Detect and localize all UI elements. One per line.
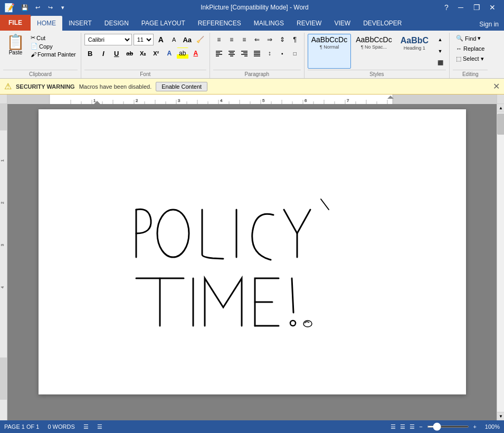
clear-formatting-button[interactable]: 🧹 (195, 34, 206, 45)
layout-icon-2[interactable]: ☰ (400, 423, 405, 430)
status-bar: PAGE 1 OF 1 0 WORDS ☰ ☰ ☰ ☰ ☰ − + 100% (0, 420, 504, 433)
bold-button[interactable]: B (84, 48, 96, 59)
minimize-button[interactable]: ─ (453, 2, 468, 13)
restore-button[interactable]: ❐ (469, 2, 484, 13)
tab-mailings[interactable]: MAILINGS (248, 16, 290, 31)
vertical-scrollbar[interactable]: ▲ ▼ (497, 104, 504, 420)
sort-button[interactable]: ⇕ (277, 34, 288, 45)
zoom-percent[interactable]: 100% (481, 423, 500, 430)
help-button[interactable]: ? (441, 2, 452, 13)
styles-scroll-up[interactable]: ▲ (434, 34, 446, 45)
editing-group: 🔍 Find ▾ ↔ Replace ⬚ Select ▾ Editing (450, 33, 491, 78)
align-right-button[interactable] (239, 48, 250, 59)
word-icon: 📝 (4, 3, 15, 13)
subscript-button[interactable]: X₂ (137, 48, 149, 59)
styles-gallery: AaBbCcDc ¶ Normal AaBbCcDc ¶ No Spac... … (308, 34, 446, 69)
scroll-down-button[interactable]: ▼ (497, 412, 504, 420)
style-h1-preview: AaBbC (401, 35, 429, 45)
language-icon[interactable]: ☰ (83, 423, 89, 430)
strikethrough-button[interactable]: ab (124, 48, 136, 59)
tab-review[interactable]: REVIEW (290, 16, 328, 31)
tab-insert[interactable]: INSERT (62, 16, 98, 31)
zoom-plus-icon[interactable]: + (473, 423, 477, 430)
tab-references[interactable]: REFERENCES (192, 16, 248, 31)
text-highlight-button[interactable]: ab (177, 48, 188, 59)
cut-button[interactable]: ✂ Cut (29, 34, 78, 42)
document-scroll-area[interactable] (7, 104, 497, 420)
shrink-font-button[interactable]: A (168, 34, 180, 45)
copy-button[interactable]: 📄 Copy (29, 42, 78, 50)
customize-quick-btn[interactable]: ▾ (57, 2, 69, 13)
undo-quick-btn[interactable]: ↩ (32, 2, 43, 13)
svg-text:4: 4 (220, 98, 223, 103)
increase-indent-button[interactable]: ⇒ (264, 34, 275, 45)
zoom-slider[interactable] (427, 426, 469, 428)
svg-text:4: 4 (1, 286, 4, 288)
replace-button[interactable]: ↔ Replace (453, 44, 488, 53)
styles-expand[interactable]: ⬛ (434, 57, 446, 69)
underline-button[interactable]: U (111, 48, 122, 59)
ruler-left-margin (0, 95, 7, 103)
superscript-button[interactable]: X² (150, 48, 162, 59)
ribbon-content: 📋 Paste ✂ Cut 📄 Copy 🖌 (0, 31, 504, 79)
track-changes-icon[interactable]: ☰ (97, 423, 102, 430)
styles-group: AaBbCcDc ¶ Normal AaBbCcDc ¶ No Spac... … (305, 33, 450, 78)
align-center-button[interactable] (226, 48, 237, 59)
redo-quick-btn[interactable]: ↪ (44, 2, 56, 13)
layout-icon-1[interactable]: ☰ (391, 423, 396, 430)
svg-text:5: 5 (262, 98, 265, 103)
tab-page-layout[interactable]: PAGE LAYOUT (135, 16, 192, 31)
ribbon-tabs: FILE HOME INSERT DESIGN PAGE LAYOUT REFE… (0, 15, 504, 31)
cut-icon: ✂ (31, 34, 35, 41)
text-effects-button[interactable]: A (164, 48, 175, 59)
font-size-select[interactable]: 11 (134, 34, 154, 45)
justify-button[interactable] (251, 48, 263, 59)
tab-file[interactable]: FILE (0, 15, 31, 31)
numbering-button[interactable]: ≡ (226, 34, 237, 45)
close-button[interactable]: ✕ (485, 2, 500, 13)
tab-developer[interactable]: DEVELOPER (357, 16, 408, 31)
styles-scroll-down[interactable]: ▼ (434, 45, 446, 57)
tab-design[interactable]: DESIGN (98, 16, 135, 31)
ruler-right-margin (497, 95, 504, 103)
sign-in-link[interactable]: Sign in (479, 21, 504, 31)
vertical-ruler: 1 2 3 4 (0, 104, 7, 420)
select-button[interactable]: ⬚ Select ▾ (453, 54, 487, 63)
format-painter-button[interactable]: 🖌 Format Painter (29, 51, 78, 58)
tab-view[interactable]: VIEW (328, 16, 357, 31)
font-family-select[interactable]: Calibri (84, 34, 132, 45)
enable-content-button[interactable]: Enable Content (156, 82, 207, 91)
multilevel-button[interactable]: ≡ (239, 34, 250, 45)
security-title: SECURITY WARNING (16, 83, 75, 90)
scroll-thumb[interactable] (497, 114, 504, 135)
paste-button[interactable]: 📋 Paste (3, 34, 28, 58)
show-formatting-button[interactable]: ¶ (289, 34, 301, 45)
style-normal[interactable]: AaBbCcDc ¶ Normal (308, 34, 351, 69)
zoom-minus-icon[interactable]: − (419, 423, 422, 430)
save-quick-btn[interactable]: 💾 (19, 2, 31, 13)
change-case-button[interactable]: Aa (182, 34, 193, 45)
borders-button[interactable]: □ (289, 48, 301, 59)
find-icon: 🔍 (456, 35, 463, 42)
italic-button[interactable]: I (98, 48, 109, 59)
grow-font-button[interactable]: A (155, 34, 167, 45)
security-close-button[interactable]: ✕ (493, 81, 500, 91)
style-no-spacing[interactable]: AaBbCcDc ¶ No Spac... (352, 34, 395, 69)
shading-button[interactable]: ▪ (277, 48, 288, 59)
decrease-indent-button[interactable]: ⇐ (251, 34, 263, 45)
find-button[interactable]: 🔍 Find ▾ (453, 34, 484, 43)
svg-rect-61 (0, 130, 7, 357)
svg-text:6: 6 (305, 98, 307, 103)
tab-home[interactable]: HOME (31, 16, 62, 31)
align-left-button[interactable] (213, 48, 225, 59)
word-count: 0 WORDS (47, 423, 74, 430)
bullets-button[interactable]: ≡ (213, 34, 225, 45)
paste-icon: 📋 (6, 35, 25, 50)
style-heading1[interactable]: AaBbC Heading 1 (397, 34, 432, 69)
line-spacing-button[interactable]: ↕ (264, 48, 275, 59)
layout-icon-3[interactable]: ☰ (410, 423, 415, 430)
svg-point-67 (290, 321, 296, 326)
scroll-up-button[interactable]: ▲ (497, 104, 504, 112)
horizontal-ruler: 1 2 3 4 5 6 7 (7, 95, 497, 104)
font-color-button[interactable]: A (190, 48, 202, 59)
